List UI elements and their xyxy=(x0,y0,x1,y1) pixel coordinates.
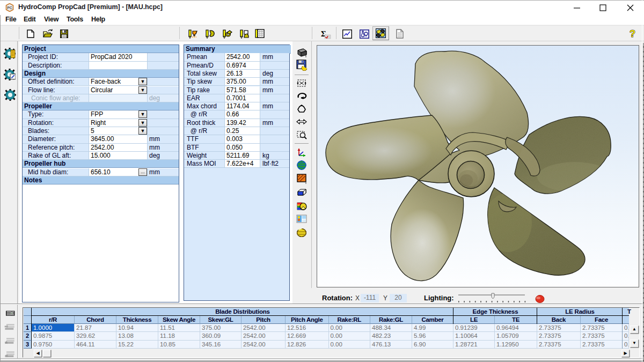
svg-text:PC: PC xyxy=(7,6,12,10)
svg-text:?: ? xyxy=(630,28,635,39)
